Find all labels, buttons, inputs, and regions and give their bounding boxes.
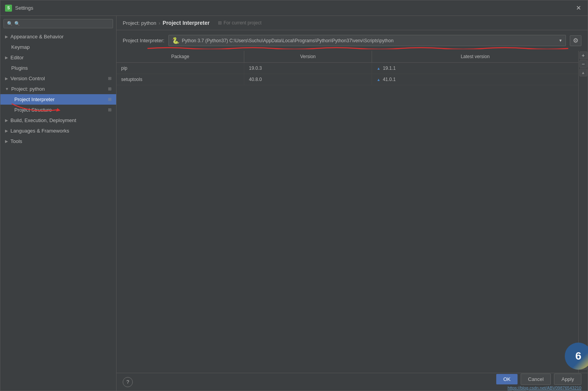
- breadcrumb-separator: ›: [159, 20, 160, 26]
- sidebar-item-label: Project: python: [11, 86, 45, 92]
- window-title: Settings: [15, 5, 33, 11]
- bottom-bar: ? OK Cancel Apply https://blog.csdn.net/…: [117, 373, 588, 391]
- cell-version-pip: 19.0.3: [244, 63, 372, 74]
- title-bar-left: S Settings: [5, 5, 33, 12]
- dropdown-arrow-icon: ▼: [559, 38, 562, 43]
- search-box[interactable]: 🔍: [3, 19, 113, 28]
- up-arrow-icon: ▲: [377, 66, 381, 71]
- gear-button[interactable]: ⚙: [570, 35, 581, 46]
- remove-package-button[interactable]: −: [579, 60, 587, 68]
- right-panel: Project: python › Project Interpreter ⊞ …: [117, 16, 588, 391]
- arrow-expanded-icon: ▼: [5, 87, 9, 91]
- copy-icon: ⊞: [108, 76, 111, 81]
- breadcrumb-note: ⊞ For current project: [218, 20, 261, 26]
- help-button[interactable]: ?: [123, 377, 133, 387]
- sidebar: 🔍 ▶ Appearance & Behavior Keymap ▶ Edito…: [0, 16, 117, 391]
- csdn-url[interactable]: https://blog.csdn.net/ABV09876543210: [507, 386, 581, 390]
- breadcrumb-parent: Project: python: [123, 20, 156, 26]
- arrow-icon: ▶: [5, 129, 8, 133]
- sidebar-item-label: Appearance & Behavior: [10, 34, 63, 40]
- python-icon: 🐍: [172, 37, 180, 44]
- sidebar-item-editor[interactable]: ▶ Editor: [0, 52, 116, 63]
- arrow-icon: ▶: [5, 34, 8, 39]
- table-body: pip 19.0.3 ▲ 19.1.1 setuptools 40.8.0 ▲: [117, 63, 578, 373]
- interpreter-value: Python 3.7 (Python37) C:\Users\Suchu\App…: [182, 38, 394, 43]
- arrow-icon: ▶: [5, 139, 8, 143]
- cancel-button[interactable]: Cancel: [521, 374, 551, 385]
- packages-area: Package Version Latest version pip 19.0.…: [117, 51, 588, 373]
- settings-window: S Settings ✕ 🔍 ▶ Appearance & Behavior K…: [0, 0, 588, 391]
- packages-table: Package Version Latest version pip 19.0.…: [117, 51, 578, 373]
- gear-icon: ⚙: [573, 37, 578, 44]
- col-version: Version: [244, 51, 372, 62]
- sidebar-item-label: Keymap: [11, 44, 30, 50]
- apply-button[interactable]: Apply: [554, 374, 581, 385]
- table-row[interactable]: setuptools 40.8.0 ▲ 41.0.1: [117, 74, 578, 85]
- cell-package-pip: pip: [117, 63, 244, 74]
- bottom-left: ?: [123, 377, 133, 387]
- app-icon: S: [5, 5, 12, 12]
- arrow-icon: ▶: [5, 76, 8, 81]
- note-text: For current project: [223, 20, 261, 26]
- breadcrumb: Project: python › Project Interpreter ⊞ …: [117, 16, 588, 30]
- sidebar-item-appearance[interactable]: ▶ Appearance & Behavior: [0, 31, 116, 42]
- sidebar-item-build-exec[interactable]: ▶ Build, Execution, Deployment: [0, 115, 116, 126]
- sidebar-item-version-control[interactable]: ▶ Version Control ⊞: [0, 73, 116, 84]
- sidebar-item-project-structure[interactable]: Project Structure ⊞: [0, 105, 116, 115]
- table-controls: + − ▲ 👁: [578, 51, 588, 373]
- scroll-up-button[interactable]: ▲: [579, 69, 587, 76]
- add-package-button[interactable]: +: [579, 52, 587, 59]
- col-latest: Latest version: [372, 51, 578, 62]
- latest-value: 41.0.1: [383, 77, 396, 82]
- sidebar-item-plugins[interactable]: Plugins: [0, 63, 116, 73]
- sidebar-item-tools[interactable]: ▶ Tools: [0, 136, 116, 146]
- sidebar-item-label: Build, Execution, Deployment: [10, 117, 76, 123]
- sidebar-item-label: Version Control: [10, 76, 45, 81]
- sidebar-item-languages[interactable]: ▶ Languages & Frameworks: [0, 126, 116, 136]
- cell-version-setuptools: 40.8.0: [244, 74, 372, 85]
- latest-value: 19.1.1: [383, 65, 396, 71]
- close-button[interactable]: ✕: [574, 3, 583, 13]
- bottom-right: OK Cancel Apply: [496, 374, 581, 385]
- copy-icon: ⊞: [108, 97, 111, 102]
- copy-icon: ⊞: [108, 86, 111, 91]
- ok-button[interactable]: OK: [496, 374, 518, 384]
- sidebar-item-label: Project Interpreter: [14, 96, 55, 102]
- cell-package-setuptools: setuptools: [117, 74, 244, 85]
- sidebar-item-project-python[interactable]: ▼ Project: python ⊞: [0, 84, 116, 94]
- interpreter-row: Project Interpreter: 🐍 Python 3.7 (Pytho…: [117, 30, 588, 51]
- search-input[interactable]: [14, 21, 110, 26]
- search-icon: 🔍: [7, 21, 13, 26]
- sidebar-item-keymap[interactable]: Keymap: [0, 42, 116, 52]
- title-bar: S Settings ✕: [0, 0, 588, 16]
- up-arrow-icon: ▲: [377, 78, 381, 82]
- interpreter-dropdown[interactable]: 🐍 Python 3.7 (Python37) C:\Users\Suchu\A…: [168, 35, 566, 46]
- copy-icon: ⊞: [108, 107, 111, 112]
- cell-latest-pip: ▲ 19.1.1: [372, 63, 578, 74]
- sidebar-item-label: Editor: [10, 55, 24, 60]
- cell-latest-setuptools: ▲ 41.0.1: [372, 74, 578, 85]
- interpreter-label: Project Interpreter:: [123, 38, 165, 43]
- note-icon: ⊞: [218, 20, 222, 26]
- table-row[interactable]: pip 19.0.3 ▲ 19.1.1: [117, 63, 578, 74]
- arrow-icon: ▶: [5, 118, 8, 122]
- sidebar-item-label: Languages & Frameworks: [10, 128, 69, 134]
- arrow-icon: ▶: [5, 55, 8, 60]
- sidebar-item-label: Tools: [10, 138, 22, 144]
- breadcrumb-current: Project Interpreter: [163, 20, 209, 26]
- table-header: Package Version Latest version: [117, 51, 578, 63]
- sidebar-item-label: Plugins: [11, 65, 28, 71]
- sidebar-item-label: Project Structure: [14, 107, 52, 113]
- sidebar-item-project-interpreter[interactable]: Project Interpreter ⊞: [0, 94, 116, 105]
- main-content: 🔍 ▶ Appearance & Behavior Keymap ▶ Edito…: [0, 16, 588, 391]
- col-package: Package: [117, 51, 244, 62]
